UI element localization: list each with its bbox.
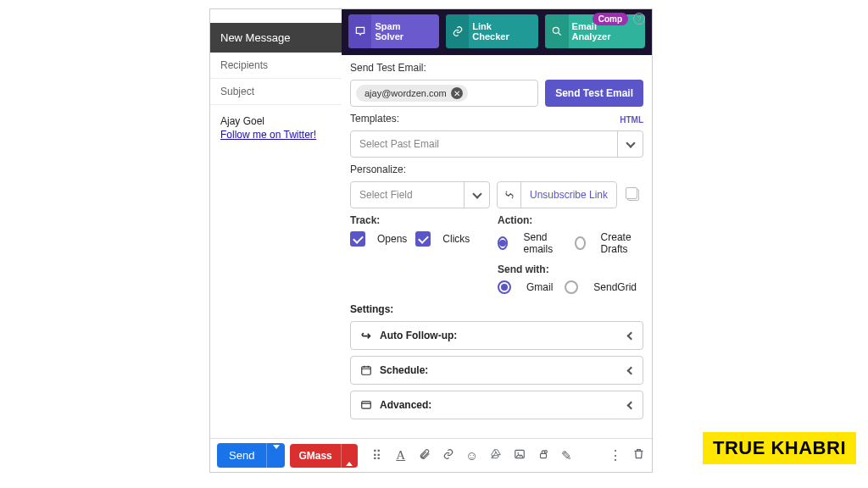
schedule-accordion[interactable]: Schedule: [350, 356, 643, 385]
emoji-icon[interactable]: ☺ [465, 448, 480, 463]
spam-solver-label: Spam Solver [371, 14, 438, 48]
test-email-input[interactable]: ajay@wordzen.com ✕ [350, 80, 538, 107]
analyzer-icon [545, 14, 568, 48]
schedule-label: Schedule: [380, 364, 428, 376]
svg-rect-1 [362, 367, 371, 374]
send-button-group: Send [217, 443, 285, 468]
gmass-panel: Comp ? Spam Solver Link Checker [342, 9, 652, 438]
caret-down-icon [273, 449, 280, 462]
reply-icon: ↪ [359, 329, 373, 342]
trash-icon[interactable] [632, 447, 645, 463]
gmass-more-button[interactable] [341, 444, 358, 468]
gmass-topbar: Comp ? Spam Solver Link Checker [342, 9, 652, 55]
opens-label: Opens [377, 233, 407, 245]
drive-icon[interactable] [488, 448, 504, 463]
email-chip-text: ajay@wordzen.com [364, 88, 447, 98]
sendgrid-label: SendGrid [593, 281, 637, 293]
templates-select[interactable]: Select Past Email [350, 130, 643, 158]
compose-window: New Message Recipients Subject Ajay Goel… [209, 8, 653, 473]
insert-link-icon[interactable] [441, 448, 456, 463]
comp-badge[interactable]: Comp [593, 13, 628, 25]
compose-toolbar: Send GMass ⠿ A ☺ ✎ [210, 438, 652, 472]
signature-name: Ajay Goel [220, 115, 331, 127]
send-emails-label: Send emails [523, 231, 563, 255]
templates-label: Templates: [350, 113, 399, 125]
auto-followup-label: Auto Follow-up: [380, 330, 457, 341]
compose-sidebar: New Message Recipients Subject Ajay Goel… [210, 9, 342, 151]
clicks-label: Clicks [442, 233, 470, 245]
svg-point-0 [553, 27, 559, 33]
signature-block: Ajay Goel Follow me on Twitter! [210, 105, 342, 151]
personalize-placeholder: Select Field [351, 182, 421, 208]
gmail-label: Gmail [526, 281, 553, 293]
email-chip: ajay@wordzen.com ✕ [356, 85, 468, 102]
help-icon[interactable]: ? [633, 13, 645, 25]
chevron-left-icon [626, 402, 634, 408]
send-button[interactable]: Send [217, 443, 266, 468]
chevron-down-icon [464, 182, 489, 208]
confidential-icon[interactable] [536, 448, 551, 463]
calendar-icon [359, 363, 373, 377]
gmass-button-group: GMass [290, 444, 357, 468]
clicks-checkbox[interactable] [415, 231, 431, 247]
text-format-icon[interactable]: A [393, 448, 409, 463]
pen-icon[interactable]: ✎ [559, 448, 575, 463]
format-toolbar: ⠿ A ☺ ✎ [370, 448, 575, 463]
apps-icon[interactable]: ⠿ [370, 448, 385, 463]
gmass-button[interactable]: GMass [290, 444, 340, 468]
advanced-label: Advanced: [380, 399, 431, 411]
link-icon [446, 14, 469, 48]
inbox-icon [348, 14, 371, 48]
unlink-icon [498, 182, 521, 208]
gmail-radio[interactable] [498, 280, 511, 294]
caret-up-icon [346, 449, 353, 462]
personalize-select[interactable]: Select Field [350, 181, 490, 208]
sendgrid-radio[interactable] [565, 280, 578, 294]
recipients-field[interactable]: Recipients [210, 53, 342, 79]
send-test-button[interactable]: Send Test Email [545, 80, 643, 107]
track-label: Track: [350, 214, 477, 226]
link-checker-button[interactable]: Link Checker [446, 14, 538, 48]
chevron-down-icon [617, 131, 643, 157]
signature-twitter-link[interactable]: Follow me on Twitter! [220, 129, 316, 141]
send-emails-radio[interactable] [498, 236, 508, 250]
html-link[interactable]: HTML [620, 115, 643, 125]
auto-followup-accordion[interactable]: ↪ Auto Follow-up: [350, 321, 643, 350]
opens-checkbox[interactable] [350, 231, 365, 247]
advanced-accordion[interactable]: Advanced: [350, 391, 643, 419]
subject-field[interactable]: Subject [210, 79, 342, 105]
settings-label: Settings: [350, 303, 643, 315]
new-message-header: New Message [210, 23, 342, 53]
window-icon [359, 398, 373, 412]
chevron-left-icon [626, 368, 634, 374]
send-more-button[interactable] [266, 443, 285, 468]
remove-chip-icon[interactable]: ✕ [451, 87, 463, 99]
personalize-label: Personalize: [350, 164, 643, 175]
link-checker-label: Link Checker [469, 14, 538, 48]
templates-placeholder: Select Past Email [351, 131, 448, 157]
create-drafts-label: Create Drafts [601, 231, 643, 255]
create-drafts-radio[interactable] [575, 236, 585, 250]
spam-solver-button[interactable]: Spam Solver [348, 14, 439, 48]
send-with-label: Send with: [498, 263, 643, 275]
unsubscribe-text: Unsubscribe Link [521, 182, 616, 208]
unsubscribe-link-button[interactable]: Unsubscribe Link [497, 181, 617, 208]
svg-point-4 [517, 452, 519, 454]
svg-rect-2 [362, 402, 371, 408]
watermark: TRUE KHABRI [703, 432, 856, 464]
action-label: Action: [498, 214, 643, 226]
chevron-left-icon [626, 333, 634, 339]
image-icon[interactable] [512, 448, 527, 463]
attach-icon[interactable] [417, 448, 432, 463]
more-icon[interactable]: ⋮ [609, 447, 622, 463]
copy-icon[interactable] [627, 189, 639, 201]
svg-rect-5 [540, 453, 546, 458]
send-test-label: Send Test Email: [350, 62, 643, 74]
